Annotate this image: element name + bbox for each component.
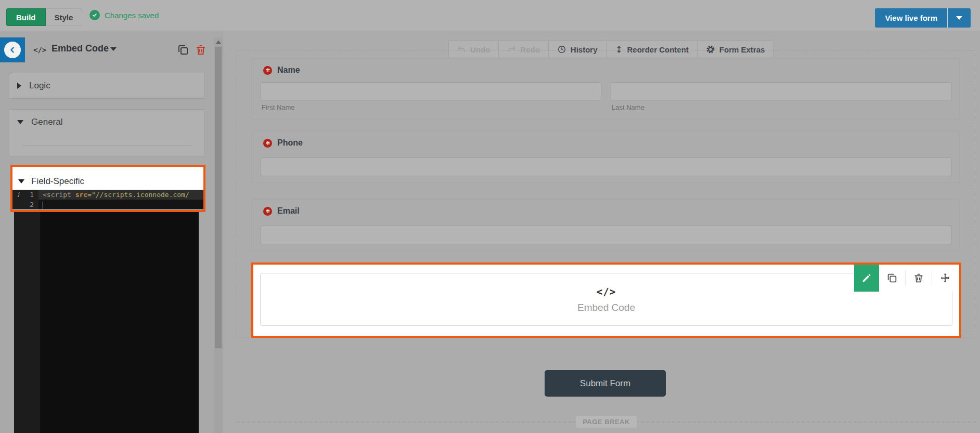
sidebar-scrollbar[interactable] [214, 37, 223, 433]
section-field-specific-highlighted: Field-Specific i 1 <script src="//script… [10, 165, 205, 212]
section-label: Field-Specific [31, 176, 84, 187]
view-live-form-dropdown[interactable] [948, 8, 971, 28]
duplicate-icon [886, 272, 898, 284]
view-live-form-split-button: View live form [875, 8, 971, 28]
field-name[interactable]: Name First Name Last Name [251, 58, 960, 120]
delete-field-button[interactable] [195, 44, 207, 56]
field-label: Email [277, 206, 300, 216]
style-tab[interactable]: Style [46, 8, 83, 26]
sublabel-last-name: Last Name [612, 103, 644, 111]
required-icon [263, 139, 272, 148]
move-icon [939, 272, 951, 284]
top-bar: Build Style Changes saved View live form [0, 0, 980, 31]
section-logic[interactable]: Logic [9, 73, 205, 99]
mode-toggle: Build Style [6, 8, 82, 26]
text-cursor [43, 202, 43, 209]
embed-code-icon: </> [33, 46, 46, 54]
field-toolbar [854, 265, 958, 292]
edit-field-button[interactable] [854, 265, 879, 292]
field-embed-code-highlighted[interactable]: </> Embed Code [251, 263, 961, 338]
caret-down-icon [18, 179, 24, 183]
build-tab[interactable]: Build [6, 8, 46, 26]
code-text[interactable] [38, 200, 203, 209]
phone-input[interactable] [261, 158, 951, 176]
field-label: Phone [277, 138, 303, 148]
trash-icon [913, 272, 924, 284]
section-field-specific[interactable]: Field-Specific [12, 167, 203, 190]
save-status-text: Changes saved [105, 11, 159, 20]
section-label: Logic [29, 81, 50, 91]
section-general[interactable]: General [9, 109, 205, 157]
divider [22, 145, 191, 146]
lint-info-icon: i [17, 190, 19, 200]
back-button[interactable] [0, 37, 25, 62]
code-text[interactable]: <script src="//scripts.iconnode.com/ [38, 190, 203, 200]
first-name-input[interactable] [261, 82, 601, 100]
duplicate-field-button[interactable] [879, 265, 905, 292]
chevron-down-icon [956, 16, 962, 20]
scrollbar-thumb[interactable] [215, 47, 222, 348]
field-phone[interactable]: Phone [251, 131, 960, 183]
move-field-button[interactable] [932, 265, 958, 292]
last-name-input[interactable] [611, 82, 951, 100]
view-live-form-button[interactable]: View live form [875, 8, 947, 28]
field-label: Name [277, 65, 300, 75]
embed-code-placeholder[interactable]: </> Embed Code [260, 273, 952, 326]
code-line-1[interactable]: i 1 <script src="//scripts.iconnode.com/ [12, 190, 203, 200]
line-number: 2 [30, 200, 34, 209]
duplicate-field-button[interactable] [177, 44, 189, 56]
email-input[interactable] [261, 226, 951, 244]
embed-code-label: Embed Code [577, 302, 635, 313]
embed-code-icon: </> [597, 286, 616, 297]
section-label: General [31, 117, 62, 127]
pencil-icon [861, 272, 872, 284]
page-break: PAGE BREAK [237, 415, 976, 428]
required-icon [263, 66, 272, 75]
form-canvas: Undo Redo History Reorder Content Form E… [224, 31, 980, 433]
page-break-label: PAGE BREAK [576, 416, 637, 428]
save-status: Changes saved [89, 10, 159, 20]
code-editor-gutter [14, 212, 40, 433]
panel-title[interactable]: Embed Code [51, 43, 109, 54]
code-line-2[interactable]: 2 [12, 200, 203, 209]
line-number: 1 [30, 190, 34, 200]
check-circle-icon [89, 10, 100, 20]
required-icon [263, 207, 272, 216]
code-editor[interactable]: i 1 <script src="//scripts.iconnode.com/… [12, 190, 203, 209]
delete-field-button[interactable] [906, 265, 932, 292]
sublabel-first-name: First Name [262, 103, 295, 111]
chevron-down-icon [110, 47, 117, 51]
chevron-left-icon [4, 42, 21, 58]
code-editor-body[interactable] [14, 212, 199, 433]
submit-form-button[interactable]: Submit Form [545, 370, 666, 397]
caret-right-icon [17, 83, 21, 89]
caret-down-icon [17, 120, 23, 124]
properties-panel: </> Embed Code Logic General Field-Speci… [0, 31, 224, 433]
scroll-up-icon[interactable] [216, 41, 221, 44]
field-email[interactable]: Email [251, 199, 960, 251]
